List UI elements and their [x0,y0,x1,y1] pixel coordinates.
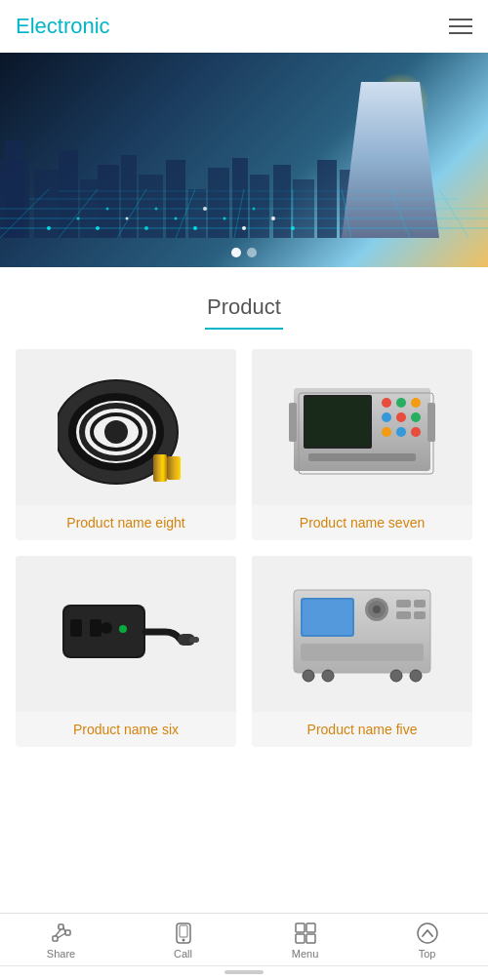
product-name-five: Product name five [252,712,472,747]
hero-banner [0,53,488,267]
carousel-dot-2[interactable] [247,248,257,257]
cable-coil-svg [58,369,194,486]
svg-rect-6 [121,155,137,238]
svg-rect-104 [180,925,187,937]
hamburger-line-2 [449,25,472,27]
city-skyline [0,82,488,238]
svg-point-86 [373,606,381,613]
svg-line-100 [63,927,65,933]
svg-point-38 [77,217,80,220]
product-name-seven: Product name seven [252,505,472,540]
call-icon [172,921,195,945]
product-image-wrap-six [16,556,236,712]
svg-point-40 [175,217,178,220]
svg-rect-83 [303,600,352,635]
svg-line-101 [58,933,65,938]
svg-point-43 [106,208,109,211]
svg-point-64 [396,412,406,422]
svg-point-33 [96,226,100,230]
share-icon [50,921,73,945]
svg-point-61 [396,398,406,408]
product-name-six: Product name six [16,712,236,747]
svg-rect-54 [167,456,181,480]
svg-rect-70 [427,403,435,442]
svg-rect-106 [296,923,305,932]
svg-point-67 [396,427,406,437]
svg-rect-11 [232,158,248,238]
product-section-header: Product [0,267,488,349]
svg-rect-53 [153,454,167,482]
svg-point-66 [382,427,391,437]
call-label: Call [174,948,192,960]
svg-point-60 [382,398,391,408]
svg-rect-98 [65,930,70,935]
svg-rect-78 [189,637,199,643]
svg-rect-59 [305,397,370,447]
svg-point-52 [104,420,128,444]
test-box-svg [289,373,435,481]
svg-rect-89 [396,611,411,619]
product-card-eight[interactable]: Product name eight [16,349,236,540]
svg-rect-88 [414,600,426,608]
menu-label: Menu [292,948,319,960]
bottom-handle [0,965,488,980]
product-image-wrap-seven [252,349,472,505]
bottom-nav: Share Call Menu [0,913,488,980]
title-underline [205,328,283,330]
svg-point-35 [193,226,197,230]
nav-share[interactable]: Share [27,921,96,960]
svg-rect-71 [308,453,416,461]
header: Electronic [0,0,488,53]
product-card-seven[interactable]: Product name seven [252,349,472,540]
product-card-five[interactable]: Product name five [252,556,472,747]
product-img-seven [262,359,463,495]
svg-point-39 [126,217,129,220]
svg-point-44 [155,208,158,211]
svg-point-105 [182,939,184,942]
bottom-spacer [0,747,488,825]
svg-point-79 [119,625,127,633]
product-section-title: Product [0,294,488,320]
svg-rect-10 [208,168,229,238]
carousel-dot-1[interactable] [231,248,241,257]
product-card-six[interactable]: Product name six [16,556,236,747]
svg-point-76 [101,622,112,634]
svg-point-34 [144,226,148,230]
svg-point-37 [291,226,295,230]
svg-point-63 [382,412,391,422]
svg-point-65 [411,412,421,422]
svg-rect-107 [306,923,315,932]
svg-rect-91 [301,644,424,661]
svg-point-41 [224,217,226,220]
svg-point-93 [322,670,334,682]
handle-bar [224,970,264,974]
nav-top[interactable]: Top [393,921,462,960]
svg-point-36 [242,226,246,230]
product-grid: Product name eight [0,349,488,747]
svg-rect-2 [34,170,59,238]
control-panel-svg [289,580,435,687]
nav-menu[interactable]: Menu [271,921,340,960]
svg-rect-9 [188,189,206,238]
svg-rect-13 [273,165,291,238]
svg-rect-108 [296,934,305,943]
svg-line-31 [439,189,468,238]
svg-rect-3 [59,150,78,238]
nav-call[interactable]: Call [149,921,218,960]
svg-point-92 [303,670,314,682]
svg-point-45 [203,207,207,211]
svg-rect-5 [98,165,119,238]
hamburger-button[interactable] [449,19,472,34]
svg-point-95 [410,670,422,682]
svg-point-94 [390,670,402,682]
product-img-eight [25,359,226,495]
svg-rect-87 [396,600,411,608]
bottom-nav-inner: Share Call Menu [0,914,488,965]
svg-marker-17 [342,82,439,238]
product-image-wrap-eight [16,349,236,505]
adapter-svg [53,585,199,683]
svg-line-102 [55,929,61,936]
top-icon [416,921,439,945]
product-image-wrap-five [252,556,472,712]
svg-rect-96 [53,936,58,941]
